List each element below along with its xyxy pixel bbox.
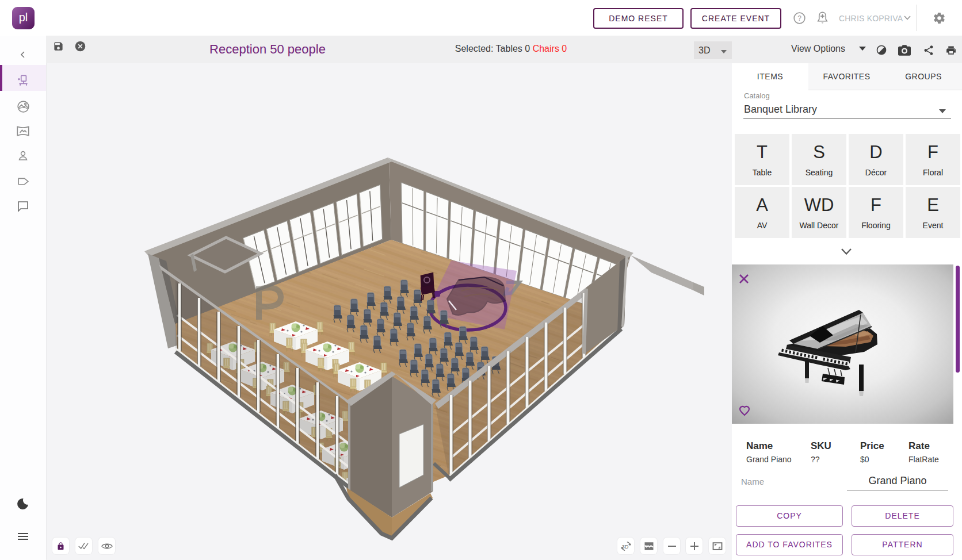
svg-text:?: ? bbox=[797, 14, 801, 22]
